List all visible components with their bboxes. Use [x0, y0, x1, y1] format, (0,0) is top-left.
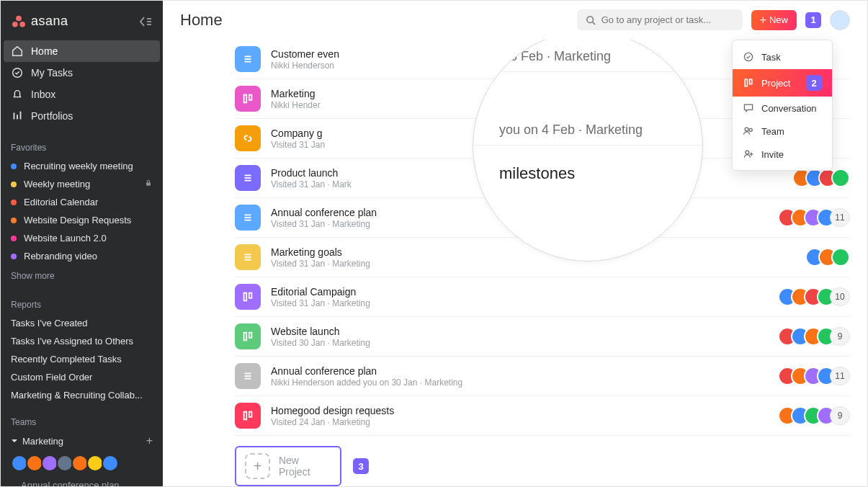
project-members[interactable]: 9: [778, 406, 850, 425]
dropdown-item-project[interactable]: Project2: [733, 69, 832, 97]
add-team-icon[interactable]: +: [146, 434, 153, 447]
project-meta: Visited 31 Jan · Marketing: [271, 259, 795, 269]
sidebar-collapse-button[interactable]: [138, 16, 153, 27]
check-circle-icon: [743, 50, 754, 63]
favorites-heading: Favorites: [1, 130, 163, 157]
team-sub-project[interactable]: Annual conference plan: [1, 476, 163, 486]
avatar: [831, 248, 850, 267]
plus-icon: +: [760, 14, 766, 26]
dropdown-item-invite[interactable]: Invite: [733, 143, 832, 166]
favorite-item[interactable]: Website Design Requests: [1, 211, 163, 229]
project-row[interactable]: Annual conference planNikki Henderson ad…: [235, 357, 850, 396]
magnifier-heading: milestones: [473, 148, 702, 190]
svg-rect-36: [249, 293, 252, 298]
dropdown-label: Task: [761, 52, 781, 63]
new-dropdown: TaskProject2ConversationTeamInvite: [732, 40, 833, 171]
new-button-label: New: [769, 14, 788, 25]
project-meta: Visited 31 Jan · Marketing: [271, 298, 768, 308]
nav-label: My Tasks: [31, 67, 73, 79]
project-meta: Nikki Henderson added you on 30 Jan · Ma…: [271, 377, 768, 388]
project-title: Annual conference plan: [271, 365, 768, 377]
logo-text: asana: [31, 14, 68, 29]
member-count-badge: 9: [830, 406, 850, 425]
page-title: Home: [180, 11, 223, 30]
project-members[interactable]: 11: [778, 208, 850, 227]
project-members[interactable]: [792, 169, 850, 187]
project-members[interactable]: 9: [778, 327, 850, 346]
show-more-button[interactable]: Show more: [1, 265, 163, 287]
nav-item-inbox[interactable]: Inbox: [1, 84, 163, 105]
annotation-1: 1: [805, 12, 821, 28]
dropdown-item-conversation[interactable]: Conversation: [733, 97, 832, 120]
color-dot-icon: [11, 218, 17, 223]
report-item[interactable]: Recently Completed Tasks: [1, 350, 163, 368]
project-title: Editorial Campaign: [271, 286, 768, 298]
chevron-down-icon: [11, 437, 18, 444]
bars-icon: [11, 110, 24, 122]
dropdown-label: Project: [761, 78, 790, 89]
favorite-item[interactable]: Rebranding video: [1, 247, 163, 265]
new-button[interactable]: + New: [751, 10, 797, 30]
favorite-label: Weekly meeting: [24, 179, 137, 189]
nav-item-mytasks[interactable]: My Tasks: [1, 62, 163, 84]
svg-rect-37: [244, 333, 247, 341]
dropdown-item-task[interactable]: Task: [733, 45, 832, 69]
project-row[interactable]: Editorial CampaignVisited 31 Jan · Marke…: [235, 277, 850, 317]
svg-rect-38: [249, 333, 252, 338]
favorite-item[interactable]: Editorial Calendar: [1, 193, 163, 211]
favorite-label: Website Design Requests: [24, 215, 153, 225]
logo[interactable]: asana: [11, 14, 68, 29]
bell-icon: [11, 88, 24, 101]
nav-item-home[interactable]: Home: [4, 40, 160, 62]
dropdown-label: Invite: [761, 149, 784, 160]
svg-point-0: [16, 15, 22, 21]
project-members[interactable]: 10: [778, 287, 850, 306]
annotation-2: 2: [806, 75, 822, 91]
lock-icon: [144, 179, 153, 189]
report-item[interactable]: Marketing & Recruiting Collab...: [1, 386, 163, 404]
svg-point-1: [12, 22, 18, 27]
svg-point-18: [746, 151, 749, 154]
nav-label: Inbox: [31, 89, 55, 100]
color-dot-icon: [11, 236, 17, 241]
project-row[interactable]: Website launchVisited 30 Jan · Marketing…: [235, 317, 850, 357]
project-icon: [235, 284, 261, 310]
project-members[interactable]: [805, 248, 850, 267]
member-count-badge: 10: [830, 287, 850, 306]
favorite-item[interactable]: Weekly meeting: [1, 175, 163, 193]
report-item[interactable]: Tasks I've Created: [1, 314, 163, 332]
user-avatar[interactable]: [830, 10, 850, 30]
report-item[interactable]: Tasks I've Assigned to Others: [1, 332, 163, 350]
new-project-button[interactable]: + New Project: [235, 446, 341, 486]
project-row[interactable]: Homegood design requestsVisited 24 Jan ·…: [235, 396, 850, 436]
asana-logo-icon: [11, 15, 27, 28]
user-plus-icon: [743, 148, 754, 160]
dropdown-label: Conversation: [761, 103, 817, 114]
project-icon: [235, 125, 261, 151]
board-icon: [743, 76, 754, 89]
project-icon: [235, 165, 261, 191]
report-item[interactable]: Custom Field Order: [1, 368, 163, 386]
project-icon: [235, 205, 261, 231]
svg-rect-42: [244, 412, 247, 420]
home-icon: [11, 45, 24, 58]
member-count-badge: 11: [830, 367, 850, 385]
svg-point-2: [19, 22, 25, 27]
team-header[interactable]: Marketing +: [1, 432, 163, 450]
check-circle-icon: [11, 66, 24, 79]
nav-item-portfolios[interactable]: Portfolios: [1, 105, 163, 127]
favorite-item[interactable]: Recruiting weekly meeting: [1, 157, 163, 175]
svg-line-12: [592, 22, 595, 24]
svg-rect-25: [249, 95, 252, 100]
team-avatars[interactable]: [1, 450, 163, 476]
project-icon: [235, 323, 261, 349]
top-bar: Home + New 1: [163, 1, 867, 40]
search-input[interactable]: [601, 14, 734, 25]
favorite-item[interactable]: Website Launch 2.0: [1, 229, 163, 247]
svg-rect-15: [750, 79, 752, 84]
dropdown-item-team[interactable]: Team: [733, 120, 832, 143]
project-members[interactable]: 11: [778, 367, 850, 385]
search-box[interactable]: [577, 9, 743, 30]
nav-label: Home: [31, 45, 58, 57]
new-project-label: New Project: [279, 455, 331, 478]
